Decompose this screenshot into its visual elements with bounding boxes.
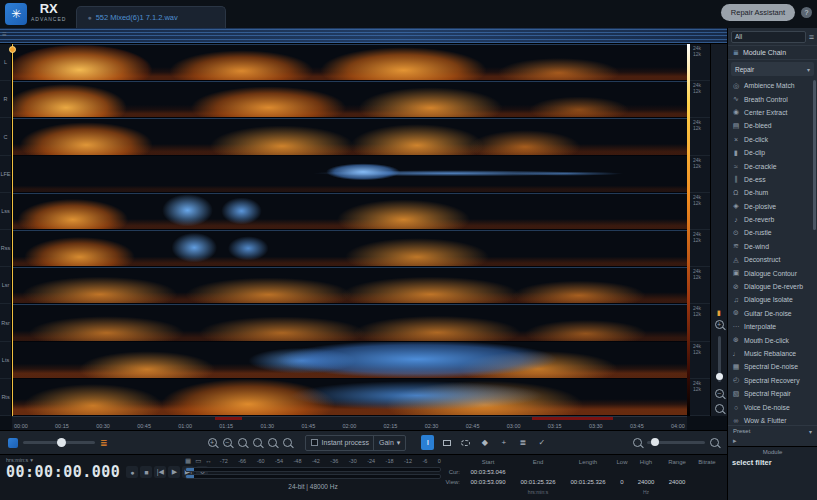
vertical-zoom-in-icon[interactable]: + [715, 320, 724, 329]
module-item-wow-flutter[interactable]: ∞Wow & Flutter [728, 414, 817, 425]
zoom-in-large-icon[interactable] [710, 438, 719, 447]
module-item-de-reverb[interactable]: ♪De-reverb [728, 213, 817, 226]
module-item-guitar-de-noise[interactable]: ⊚Guitar De-noise [728, 307, 817, 320]
meter-bar-icon[interactable]: ▭ [195, 457, 201, 465]
module-item-de-plosive[interactable]: ◈De-plosive [728, 200, 817, 213]
selinfo-view-label: View: [441, 479, 463, 485]
meter-db-label: -12 [404, 458, 412, 464]
vertical-zoom-slider[interactable] [718, 336, 721, 382]
spectrogram-rows [12, 44, 687, 416]
lasso-selection-tool[interactable] [459, 435, 472, 450]
module-item-ambience-match[interactable]: ◎Ambience Match [728, 79, 817, 92]
vertical-zoom-fit-icon[interactable] [715, 404, 724, 413]
confirm-selection-tool[interactable]: ✓ [535, 435, 548, 450]
zoom-out-icon[interactable]: − [223, 438, 232, 447]
record-button[interactable]: ● [126, 466, 138, 478]
module-item-de-crackle[interactable]: ≈De-crackle [728, 159, 817, 172]
module-item-dialogue-contour[interactable]: ▣Dialogue Contour [728, 266, 817, 279]
spectrogram-channel-rts[interactable] [12, 379, 687, 416]
module-item-de-ess[interactable]: ∥De-ess [728, 173, 817, 186]
module-item-de-rustle[interactable]: ⊙De-rustle [728, 226, 817, 239]
module-item-de-click[interactable]: ×De-click [728, 133, 817, 146]
spectrogram-channel-rss[interactable] [12, 230, 687, 267]
module-item-de-hum[interactable]: ΩDe-hum [728, 186, 817, 199]
module-list-scrollbar[interactable] [813, 80, 816, 230]
spectrogram-channel-rsr[interactable] [12, 304, 687, 341]
overview-menu-icon[interactable]: ≡ [2, 30, 7, 39]
selinfo-cur-label: Cur: [441, 469, 463, 475]
ruler-tick-label: 01:45 [301, 423, 315, 429]
meter-grid-icon[interactable]: ▦ [185, 457, 191, 465]
module-item-spectral-recovery[interactable]: ◴Spectral Recovery [728, 374, 817, 387]
ruler-tick-label: 03:45 [630, 423, 644, 429]
magic-wand-tool[interactable]: + [497, 435, 510, 450]
module-item-de-clip[interactable]: ▮De-clip [728, 146, 817, 159]
instant-process-label: Instant process [322, 439, 369, 446]
module-item-de-wind[interactable]: ≋De-wind [728, 240, 817, 253]
module-item-spectral-de-noise[interactable]: ▦Spectral De-noise [728, 360, 817, 373]
horizontal-zoom-thumb[interactable] [651, 438, 659, 446]
module-icon: ▧ [732, 390, 740, 398]
help-icon[interactable]: ? [801, 7, 812, 18]
filter-menu-icon[interactable]: ≡ [809, 32, 814, 42]
vertical-zoom-out-icon[interactable]: − [715, 389, 724, 398]
module-item-center-extract[interactable]: ◉Center Extract [728, 106, 817, 119]
waveform-overview-strip[interactable]: ≡ [0, 28, 727, 44]
module-item-interpolate[interactable]: ⋯Interpolate [728, 320, 817, 333]
meter-arrows-icon[interactable]: ↔ [205, 457, 212, 465]
zoom-time-icon[interactable] [268, 438, 277, 447]
find-similar-tool[interactable]: ≣ [516, 435, 529, 450]
instant-process-checkbox[interactable] [311, 439, 318, 446]
zoom-in-icon[interactable]: + [208, 438, 217, 447]
module-category-dropdown[interactable]: Repair ▾ [731, 62, 814, 76]
module-item-music-rebalance[interactable]: ♩Music Rebalance [728, 347, 817, 360]
preset-row[interactable]: Preset ▾ [728, 425, 817, 436]
zoom-selection-icon[interactable] [238, 438, 247, 447]
module-item-breath-control[interactable]: ∿Breath Control [728, 92, 817, 105]
spectrogram-channel-l[interactable] [12, 44, 687, 81]
spectrogram-channel-r[interactable] [12, 81, 687, 118]
spectrogram-waveform-blend-slider[interactable] [23, 441, 95, 444]
module-item-voice-de-noise[interactable]: ○Voice De-noise [728, 400, 817, 413]
stop-button[interactable]: ■ [140, 466, 152, 478]
meter-db-label: -48 [294, 458, 302, 464]
vertical-zoom-thumb[interactable] [716, 373, 723, 380]
layers-icon[interactable]: ≣ [100, 438, 107, 448]
instant-process-mode-dropdown[interactable]: Gain▾ [373, 436, 400, 450]
zoom-out-small-icon[interactable] [633, 438, 642, 447]
zoom-fit-icon[interactable] [253, 438, 262, 447]
frequency-labels-l: 24k12k [690, 44, 710, 81]
module-item-mouth-de-click[interactable]: ⊛Mouth De-click [728, 333, 817, 346]
playhead-handle-icon[interactable] [9, 46, 16, 53]
time-selection-tool[interactable]: I [421, 435, 434, 450]
go-to-start-button[interactable]: |◀ [154, 466, 166, 478]
spectrogram-channel-lss[interactable] [12, 193, 687, 230]
blend-slider-thumb[interactable] [57, 438, 66, 447]
brush-selection-tool[interactable]: ◆ [478, 435, 491, 450]
spectrogram-channel-lfe[interactable] [12, 156, 687, 193]
module-item-dialogue-isolate[interactable]: ♫Dialogue Isolate [728, 293, 817, 306]
spectrogram-channel-lts[interactable] [12, 342, 687, 379]
repair-assistant-button[interactable]: Repair Assistant [721, 4, 795, 21]
play-button[interactable]: ▶ [168, 466, 180, 478]
module-item-spectral-repair[interactable]: ▧Spectral Repair [728, 387, 817, 400]
horizontal-zoom-slider[interactable] [647, 441, 705, 444]
module-filter-input[interactable]: All [731, 31, 806, 43]
module-item-deconstruct[interactable]: ◬Deconstruct [728, 253, 817, 266]
zoom-frequency-icon[interactable] [283, 438, 292, 447]
collapse-panel-arrow-icon[interactable]: ▸ [733, 437, 737, 445]
playhead[interactable] [12, 44, 13, 416]
module-item-dialogue-de-reverb[interactable]: ⊘Dialogue De-reverb [728, 280, 817, 293]
display-mode-icon[interactable] [8, 438, 18, 448]
module-label: De-hum [744, 189, 768, 196]
time-display: 00:00:00.000 [6, 463, 120, 481]
module-item-de-bleed[interactable]: ▤De-bleed [728, 119, 817, 132]
module-icon: ▮ [732, 149, 740, 157]
time-frequency-selection-tool[interactable] [440, 435, 453, 450]
time-ruler[interactable]: 00:0000:1500:3000:4501:0001:1501:3001:45… [12, 416, 687, 430]
spectrogram-channel-c[interactable] [12, 118, 687, 155]
file-tab[interactable]: ● 552 Mixed(6)1 7.1.2.wav [76, 6, 226, 28]
spectrogram-channel-lsr[interactable] [12, 267, 687, 304]
module-label: Dialogue De-reverb [744, 283, 803, 290]
module-chain-item[interactable]: ≣ Module Chain [728, 45, 817, 60]
